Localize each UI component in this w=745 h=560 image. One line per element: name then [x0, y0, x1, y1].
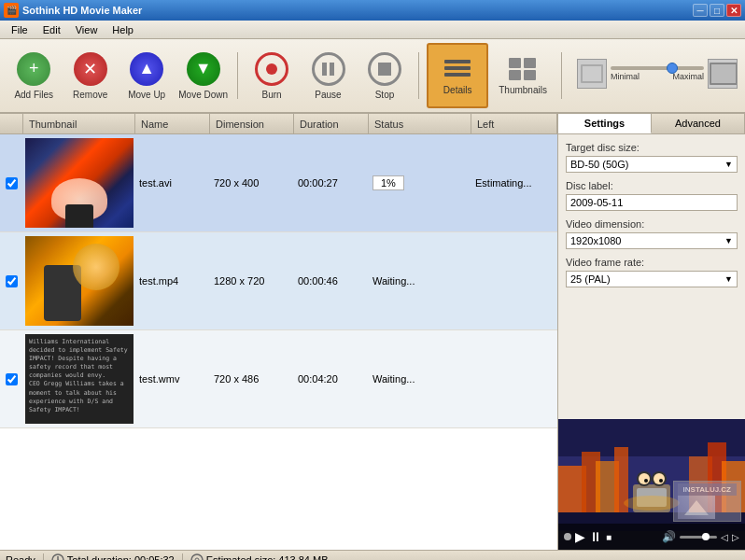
row-3-checkbox[interactable]: [6, 373, 18, 385]
file-rows: test.avi 720 x 400 00:00:27 1% Estimatin…: [0, 134, 557, 550]
preview-stop-button[interactable]: ■: [606, 532, 611, 542]
move-up-button[interactable]: ▲ Move Up: [120, 43, 173, 108]
status-separator-2: [182, 553, 183, 561]
svg-point-24: [639, 473, 650, 484]
right-panel: Settings Advanced Target disc size: BD-5…: [558, 114, 745, 550]
video-dimension-value: 1920x1080: [570, 235, 621, 246]
row-3-dimension: 720 x 486: [210, 373, 294, 385]
settings-content: Target disc size: BD-50 (50G) ▼ Disc lab…: [558, 134, 745, 419]
title-bar: 🎬 Sothink HD Movie Maker ─ □ ✕: [0, 0, 745, 21]
svg-point-27: [654, 473, 665, 484]
video-dimension-arrow-icon: ▼: [724, 236, 733, 245]
video-dimension-select[interactable]: 1920x1080 ▼: [566, 232, 738, 249]
details-button[interactable]: Details: [427, 43, 488, 108]
preview-pause-button[interactable]: ⏸: [589, 529, 602, 544]
tab-settings[interactable]: Settings: [558, 114, 652, 133]
minimal-label: Minimal: [611, 72, 640, 81]
menu-help[interactable]: Help: [105, 22, 141, 37]
video-framerate-label: Video frame rate:: [566, 257, 738, 268]
thumbnails-label: Thumbnails: [499, 85, 547, 95]
target-disc-label: Target disc size:: [566, 142, 738, 153]
col-name-header: Name: [135, 114, 210, 133]
preview-play-button[interactable]: ▶: [575, 529, 585, 544]
row-1-checkbox[interactable]: [6, 177, 18, 189]
minimal-thumb-icon: [577, 59, 607, 89]
disc-icon: [190, 553, 204, 561]
preview-watermark: INSTALUJ.CZ: [673, 481, 741, 522]
menu-edit[interactable]: Edit: [35, 22, 68, 37]
total-duration-item: Total duration: 00:05:32: [51, 553, 175, 561]
row-2-status: Waiting...: [369, 275, 471, 287]
close-button[interactable]: ✕: [726, 4, 741, 17]
video-framerate-value: 25 (PAL): [570, 273, 611, 285]
stop-label: Stop: [375, 90, 395, 100]
menu-file[interactable]: File: [4, 22, 35, 37]
row-1-check[interactable]: [0, 177, 23, 189]
video-framerate-arrow-icon: ▼: [724, 274, 733, 284]
total-duration-label: Total duration:: [67, 554, 132, 561]
row-3-duration: 00:04:20: [294, 373, 369, 385]
estimated-size-item: Estimated size: 413.84 MB: [190, 553, 329, 561]
stop-button[interactable]: Stop: [358, 43, 411, 108]
row-2-thumbnail: [23, 234, 135, 328]
pause-button[interactable]: Pause: [302, 43, 354, 108]
add-files-button[interactable]: + Add Files: [7, 43, 60, 108]
svg-rect-6: [524, 70, 536, 80]
minimize-button[interactable]: ─: [693, 4, 708, 17]
quality-thumb[interactable]: [667, 63, 678, 74]
tab-advanced[interactable]: Advanced: [652, 114, 745, 133]
total-duration-value: 00:05:32: [134, 554, 175, 561]
thumbnails-icon: [508, 57, 538, 81]
svg-point-25: [644, 479, 648, 483]
volume-area: 🔊 ◁ ▷: [662, 530, 739, 543]
target-disc-select[interactable]: BD-50 (50G) ▼: [566, 156, 738, 173]
menu-bar: File Edit View Help: [0, 21, 745, 39]
row-2-check[interactable]: [0, 275, 23, 287]
quality-slider-area: Minimal Maximal: [577, 59, 738, 92]
move-up-label: Move Up: [128, 90, 165, 100]
burn-label: Burn: [261, 90, 281, 100]
app-title: Sothink HD Movie Maker: [22, 5, 693, 16]
svg-marker-30: [684, 500, 709, 515]
quality-track[interactable]: [611, 66, 704, 70]
table-row[interactable]: test.avi 720 x 400 00:00:27 1% Estimatin…: [0, 134, 557, 232]
volume-up-button[interactable]: ▷: [732, 532, 739, 542]
col-dimension-header: Dimension: [210, 114, 294, 133]
row-3-name: test.wmv: [135, 373, 210, 385]
row-2-name: test.mp4: [135, 275, 210, 287]
main-area: Thumbnail Name Dimension Duration Status…: [0, 114, 745, 550]
move-down-button[interactable]: ▼ Move Down: [176, 43, 229, 108]
add-files-label: Add Files: [14, 90, 53, 100]
table-row[interactable]: Williams International decided to implem…: [0, 330, 557, 428]
volume-thumb[interactable]: [702, 533, 710, 540]
video-framerate-select[interactable]: 25 (PAL) ▼: [566, 271, 738, 287]
remove-button[interactable]: ✕ Remove: [63, 43, 116, 108]
stop-icon: [368, 52, 401, 86]
move-down-icon: ▼: [187, 52, 220, 86]
burn-button[interactable]: Burn: [246, 43, 298, 108]
toolbar-separator-1: [237, 52, 238, 99]
remove-icon: ✕: [74, 52, 107, 86]
thumbnails-button[interactable]: Thumbnails: [492, 43, 554, 108]
volume-track[interactable]: [680, 536, 717, 539]
table-row[interactable]: test.mp4 1280 x 720 00:00:46 Waiting...: [0, 232, 557, 330]
maximize-button[interactable]: □: [710, 4, 724, 17]
svg-rect-8: [583, 66, 601, 81]
pause-icon: [312, 52, 345, 86]
status-separator-1: [43, 553, 44, 561]
volume-down-button[interactable]: ◁: [721, 532, 728, 542]
estimated-size-label: Estimated size:: [206, 554, 276, 561]
col-duration-header: Duration: [294, 114, 369, 133]
row-3-check[interactable]: [0, 373, 23, 385]
disc-label-input[interactable]: [566, 194, 738, 211]
menu-view[interactable]: View: [68, 22, 105, 37]
row-2-checkbox[interactable]: [6, 275, 18, 287]
row-2-dimension: 1280 x 720: [210, 275, 294, 287]
file-list-panel: Thumbnail Name Dimension Duration Status…: [0, 114, 558, 550]
preview-indicator: [564, 533, 571, 540]
maximal-thumb-icon: [708, 59, 738, 89]
col-left-header: Left: [471, 114, 557, 133]
video-dimension-label: Video dimension:: [566, 218, 738, 230]
disc-label-label: Disc label:: [566, 180, 738, 191]
burn-icon: [255, 52, 288, 86]
